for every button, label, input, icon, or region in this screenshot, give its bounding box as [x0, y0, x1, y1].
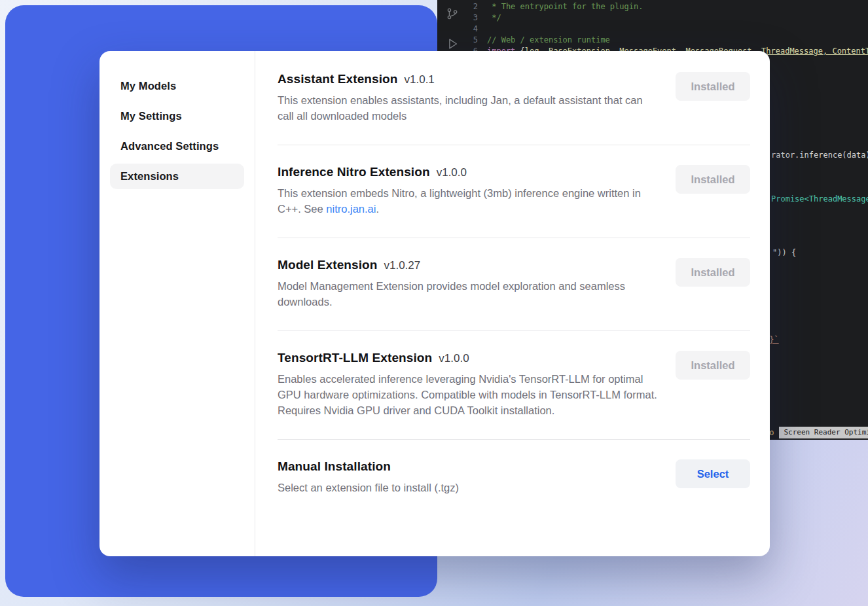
run-debug-icon[interactable] [445, 37, 460, 51]
settings-sidebar: My Models My Settings Advanced Settings … [99, 51, 255, 556]
installed-button[interactable]: Installed [676, 351, 750, 380]
sidebar-item-my-models[interactable]: My Models [110, 73, 244, 99]
sidebar-item-advanced-settings[interactable]: Advanced Settings [110, 134, 244, 159]
code-pane: 2 * The entrypoint for the plugin. 3 */ … [467, 1, 868, 57]
select-file-button[interactable]: Select [676, 459, 750, 488]
description-text: . [376, 203, 379, 215]
screen-reader-badge[interactable]: Screen Reader Optimize [779, 427, 868, 438]
divider [278, 439, 750, 440]
sidebar-item-extensions[interactable]: Extensions [110, 164, 244, 189]
code-line: 4 [467, 24, 868, 35]
divider [278, 330, 750, 331]
extension-description: This extension embeds Nitro, a lightweig… [278, 185, 660, 217]
installed-button[interactable]: Installed [676, 72, 750, 101]
editor-status-bar: go Screen Reader Optimize [765, 427, 868, 438]
extension-description: Model Management Extension provides mode… [278, 278, 660, 310]
extension-info: TensortRT-LLM Extension v1.0.0 Enables a… [278, 351, 660, 418]
extension-row-model: Model Extension v1.0.27 Model Management… [278, 258, 750, 310]
installed-button[interactable]: Installed [676, 165, 750, 194]
line-number: 5 [467, 35, 487, 46]
line-number: 2 [467, 1, 487, 12]
extension-version: v1.0.0 [439, 352, 469, 365]
extension-version: v1.0.1 [405, 73, 435, 86]
extension-name: TensortRT-LLM Extension [278, 351, 432, 365]
extension-title-line: Manual Installation [278, 459, 660, 474]
manual-installation-title: Manual Installation [278, 459, 391, 474]
extension-name: Inference Nitro Extension [278, 165, 430, 179]
code-text: * The entrypoint for the plugin. [487, 1, 643, 12]
code-text: */ [487, 12, 501, 24]
nitro-jan-ai-link[interactable]: nitro.jan.ai [326, 203, 376, 215]
extension-info: Model Extension v1.0.27 Model Management… [278, 258, 660, 310]
code-fragment: rator.inference(data)); [771, 150, 868, 160]
extension-row-nitro: Inference Nitro Extension v1.0.0 This ex… [278, 165, 750, 217]
extension-description: Enables accelerated inference leveraging… [278, 371, 660, 418]
manual-installation-description: Select an extension file to install (.tg… [278, 480, 660, 495]
extension-info: Assistant Extension v1.0.1 This extensio… [278, 72, 660, 124]
extensions-panel: Assistant Extension v1.0.1 This extensio… [255, 51, 770, 556]
code-fragment: Promise<ThreadMessage> [771, 194, 868, 204]
sidebar-item-my-settings[interactable]: My Settings [110, 103, 244, 129]
extension-version: v1.0.0 [437, 166, 467, 179]
divider [278, 238, 750, 238]
extension-row-assistant: Assistant Extension v1.0.1 This extensio… [278, 72, 750, 124]
settings-modal: My Models My Settings Advanced Settings … [99, 51, 770, 556]
extension-info: Manual Installation Select an extension … [278, 459, 660, 495]
extension-description: This extension enables assistants, inclu… [278, 92, 660, 124]
extension-title-line: TensortRT-LLM Extension v1.0.0 [278, 351, 660, 365]
code-text: // Web / extension runtime [487, 35, 610, 46]
line-number: 4 [467, 24, 487, 35]
extension-version: v1.0.27 [384, 259, 420, 272]
extension-name: Model Extension [278, 258, 377, 272]
installed-button[interactable]: Installed [676, 258, 750, 287]
code-line: 3 */ [467, 12, 868, 24]
code-fragment: ")) { [772, 247, 796, 258]
line-number: 3 [467, 12, 487, 24]
extension-info: Inference Nitro Extension v1.0.0 This ex… [278, 165, 660, 217]
code-line: 5 // Web / extension runtime [467, 35, 868, 46]
divider [278, 145, 750, 145]
extension-name: Assistant Extension [278, 72, 398, 86]
extension-title-line: Assistant Extension v1.0.1 [278, 72, 660, 86]
extension-title-line: Model Extension v1.0.27 [278, 258, 660, 272]
source-control-icon[interactable] [445, 7, 460, 21]
extension-title-line: Inference Nitro Extension v1.0.0 [278, 165, 660, 179]
manual-installation-row: Manual Installation Select an extension … [278, 459, 750, 495]
extension-row-tensorrt: TensortRT-LLM Extension v1.0.0 Enables a… [278, 351, 750, 418]
code-line: 2 * The entrypoint for the plugin. [467, 1, 868, 12]
